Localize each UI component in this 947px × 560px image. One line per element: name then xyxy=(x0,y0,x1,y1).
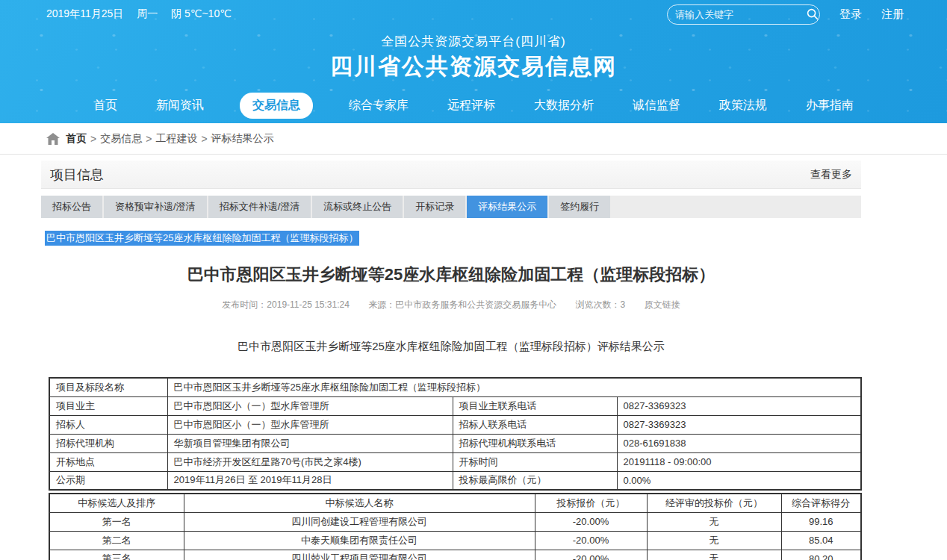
article-subtitle: 巴中市恩阳区玉井乡断垭等25座水库枢纽除险加固工程（监理标段招标）评标结果公示 xyxy=(41,340,861,354)
content-container: 项目信息 查看更多 招标公告 资格预审补遗/澄清 招标文件补遗/澄清 流标或终止… xyxy=(41,161,861,560)
masthead: 全国公共资源交易平台(四川省) 四川省公共资源交易信息网 xyxy=(0,33,947,82)
see-more-link[interactable]: 查看更多 xyxy=(810,168,852,181)
weather-text: 阴 5℃~10℃ xyxy=(171,7,232,19)
login-link[interactable]: 登录 xyxy=(839,7,862,22)
col-header-score: 综合评标得分 xyxy=(781,494,861,512)
candidate-cell: 中泰天顺集团有限责任公司 xyxy=(184,531,535,550)
info-label: 开标地点 xyxy=(49,452,167,471)
tab-opening-record[interactable]: 开标记录 xyxy=(404,196,465,218)
platform-title: 全国公共资源交易平台(四川省) xyxy=(0,33,947,50)
table-row: 项目及标段名称 巴中市恩阳区玉井乡断垭等25座水库枢纽除险加固工程（监理标段招标… xyxy=(49,378,861,396)
table-row: 招标代理机构 华新项目管理集团有限公司 招标代理机构联系电话 028-61691… xyxy=(49,434,861,452)
breadcrumb-separator: > xyxy=(90,133,96,145)
section-title: 项目信息 xyxy=(50,166,104,184)
score-cell: 99.16 xyxy=(781,512,861,531)
home-icon[interactable] xyxy=(46,133,60,145)
weekday-text: 周一 xyxy=(137,7,158,19)
breadcrumb-current: 评标结果公示 xyxy=(211,132,274,146)
rank-cell: 第二名 xyxy=(49,531,184,550)
breadcrumb-separator: > xyxy=(146,133,152,145)
info-label: 招标人联系电话 xyxy=(453,415,617,434)
candidate-cell: 四川同创建设工程管理有限公司 xyxy=(184,512,535,531)
table-row: 第一名 四川同创建设工程管理有限公司 -20.00% 无 99.16 xyxy=(49,512,861,531)
table-row: 招标人 巴中市恩阳区小（一）型水库管理所 招标人联系电话 0827-336932… xyxy=(49,415,861,434)
table-row: 第三名 四川兢业工程项目管理有限公司 -20.00% 无 80.20 xyxy=(49,550,861,560)
reviewed-price-cell: 无 xyxy=(647,512,781,531)
view-count: 浏览次数：3 xyxy=(576,299,626,310)
info-value: 20191118 - 09:00:00 xyxy=(617,452,861,471)
nav-item-news[interactable]: 新闻资讯 xyxy=(153,93,207,119)
breadcrumb: 首页 > 交易信息 > 工程建设 > 评标结果公示 xyxy=(0,123,947,155)
date-weather: 2019年11月25日 周一 阴 5℃~10℃ xyxy=(46,7,242,21)
table-row: 公示期 2019年11月26日 至 2019年11月28日 投标最高限价（元） … xyxy=(49,471,861,490)
table-header-row: 中标候选人及排序 中标候选人名称 投标报价（元） 经评审的投标价（元） 综合评标… xyxy=(49,494,861,512)
col-header-rank: 中标候选人及排序 xyxy=(49,494,184,512)
article-meta: 发布时间：2019-11-25 15:31:24 来源：巴中市政务服务和公共资源… xyxy=(41,299,861,311)
candidate-cell: 四川兢业工程项目管理有限公司 xyxy=(184,550,535,560)
breadcrumb-trade-info[interactable]: 交易信息 xyxy=(100,132,142,146)
info-label: 项目及标段名称 xyxy=(49,378,167,396)
info-value: 028-61691838 xyxy=(617,434,861,452)
info-value: 华新项目管理集团有限公司 xyxy=(167,434,453,452)
article-title: 巴中市恩阳区玉井乡断垭等25座水库枢纽除险加固工程（监理标段招标） xyxy=(41,264,861,286)
tab-doc-addendum[interactable]: 招标文件补遗/澄清 xyxy=(208,196,311,218)
tab-bid-announcement[interactable]: 招标公告 xyxy=(41,196,102,218)
info-label: 招标人 xyxy=(49,415,167,434)
breadcrumb-engineering[interactable]: 工程建设 xyxy=(155,132,197,146)
breadcrumb-home[interactable]: 首页 xyxy=(66,132,87,146)
breadcrumb-separator: > xyxy=(201,133,207,145)
tab-contract-performance[interactable]: 签约履行 xyxy=(549,196,610,218)
table-row: 第二名 中泰天顺集团有限责任公司 -20.00% 无 85.04 xyxy=(49,531,861,550)
info-value: 0827-3369323 xyxy=(617,396,861,415)
bid-price-cell: -20.00% xyxy=(535,512,647,531)
search-box[interactable] xyxy=(667,4,820,25)
reviewed-price-cell: 无 xyxy=(647,531,781,550)
info-label: 投标最高限价（元） xyxy=(453,471,617,490)
tab-strip: 招标公告 资格预审补遗/澄清 招标文件补遗/澄清 流标或终止公告 开标记录 评标… xyxy=(41,196,861,218)
info-label: 项目业主联系电话 xyxy=(453,396,617,415)
topbar-actions: 登录 注册 xyxy=(667,4,904,25)
topbar: 2019年11月25日 周一 阴 5℃~10℃ 登录 注册 xyxy=(0,0,947,28)
nav-item-policy[interactable]: 政策法规 xyxy=(716,93,770,119)
rank-cell: 第三名 xyxy=(49,550,184,560)
info-value: 0.00% xyxy=(617,471,861,490)
search-icon[interactable] xyxy=(807,8,819,20)
info-value: 2019年11月26日 至 2019年11月28日 xyxy=(167,471,453,490)
score-cell: 80.20 xyxy=(781,550,861,560)
info-value: 0827-3369323 xyxy=(617,415,861,434)
info-label: 公示期 xyxy=(49,471,167,490)
nav-item-expert-pool[interactable]: 综合专家库 xyxy=(346,93,412,119)
project-link-highlighted[interactable]: 巴中市恩阳区玉井乡断垭等25座水库枢纽除险加固工程（监理标段招标） xyxy=(45,231,359,246)
col-header-candidate: 中标候选人名称 xyxy=(184,494,535,512)
search-input[interactable] xyxy=(675,9,807,20)
nav-item-big-data[interactable]: 大数据分析 xyxy=(531,93,597,119)
info-label: 招标代理机构 xyxy=(49,434,167,452)
original-link[interactable]: 原文链接 xyxy=(645,299,680,310)
nav-item-trade-info[interactable]: 交易信息 xyxy=(240,93,313,119)
register-link[interactable]: 注册 xyxy=(881,7,904,22)
source: 来源：巴中市政务服务和公共资源交易服务中心 xyxy=(368,299,556,310)
site-title: 四川省公共资源交易信息网 xyxy=(0,52,947,82)
table-row: 开标地点 巴中市经济开发区红星路70号(市民之家4楼) 开标时间 2019111… xyxy=(49,452,861,471)
main-nav: 首页 新闻资讯 交易信息 综合专家库 远程评标 大数据分析 诚信监督 政策法规 … xyxy=(0,93,947,119)
date-text: 2019年11月25日 xyxy=(46,7,123,19)
publish-time: 发布时间：2019-11-25 15:31:24 xyxy=(222,299,350,310)
info-value: 巴中市恩阳区小（一）型水库管理所 xyxy=(167,396,453,415)
table-row: 项目业主 巴中市恩阳区小（一）型水库管理所 项目业主联系电话 0827-3369… xyxy=(49,396,861,415)
info-value: 巴中市经济开发区红星路70号(市民之家4楼) xyxy=(167,452,453,471)
info-label: 招标代理机构联系电话 xyxy=(453,434,617,452)
bid-result-table: 中标候选人及排序 中标候选人名称 投标报价（元） 经评审的投标价（元） 综合评标… xyxy=(49,493,862,560)
info-value: 巴中市恩阳区小（一）型水库管理所 xyxy=(167,415,453,434)
nav-item-integrity[interactable]: 诚信监督 xyxy=(630,93,683,119)
nav-item-guide[interactable]: 办事指南 xyxy=(803,93,857,119)
tab-prequal-addendum[interactable]: 资格预审补遗/澄清 xyxy=(104,196,207,218)
rank-cell: 第一名 xyxy=(49,512,184,531)
bid-price-cell: -20.00% xyxy=(535,531,647,550)
nav-item-remote-eval[interactable]: 远程评标 xyxy=(444,93,498,119)
tab-failed-terminated[interactable]: 流标或终止公告 xyxy=(312,196,403,218)
project-info-table: 项目及标段名称 巴中市恩阳区玉井乡断垭等25座水库枢纽除险加固工程（监理标段招标… xyxy=(49,377,862,491)
col-header-bid-price: 投标报价（元） xyxy=(535,494,647,512)
tab-eval-result[interactable]: 评标结果公示 xyxy=(467,196,547,218)
nav-item-home[interactable]: 首页 xyxy=(90,93,120,119)
score-cell: 85.04 xyxy=(781,531,861,550)
